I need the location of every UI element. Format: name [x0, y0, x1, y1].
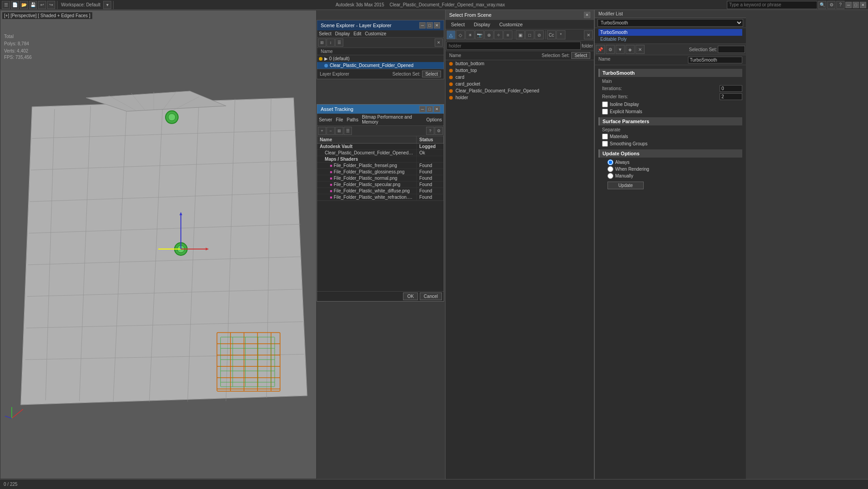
at-minimize-btn[interactable]: ─ — [419, 106, 426, 112]
help-icon[interactable]: ? — [836, 1, 844, 9]
se-minimize-btn[interactable]: ─ — [419, 22, 426, 29]
se-tb-filter[interactable]: ⊞ — [318, 38, 326, 47]
separate-mat-check[interactable] — [602, 134, 608, 139]
ts-render-input[interactable] — [720, 93, 742, 100]
se-tb-close[interactable]: ✕ — [435, 38, 443, 47]
update-render-radio[interactable] — [607, 166, 613, 172]
se-menu-customize[interactable]: Customize — [365, 31, 386, 36]
update-manual-radio[interactable] — [607, 173, 613, 179]
sfs-close-btn[interactable]: ✕ — [584, 12, 590, 18]
sfs-tb-none[interactable]: □ — [525, 30, 534, 39]
search-icon[interactable]: 🔍 — [818, 1, 826, 9]
at-ok-btn[interactable]: OK — [403, 292, 417, 300]
sfs-menu-customize[interactable]: Customize — [498, 21, 525, 28]
sfs-list-item[interactable]: card_pocket — [446, 81, 594, 87]
se-restore-btn[interactable]: □ — [427, 22, 433, 29]
sfs-tb-case[interactable]: Cc — [547, 30, 556, 39]
at-row[interactable]: ■File_Folder_Plastic_white_diffuse.pngFo… — [317, 188, 444, 194]
sfs-tb-shapes[interactable]: ◇ — [456, 30, 465, 39]
at-menu-bitmap[interactable]: Bitmap Performance and Memory — [362, 115, 422, 125]
keyword-search[interactable] — [727, 1, 817, 9]
at-menu-paths[interactable]: Paths — [347, 117, 359, 122]
pp-tb-pin[interactable]: 📌 — [596, 45, 605, 54]
modifier-dropdown[interactable]: TurboSmooth — [598, 19, 743, 27]
sfs-list-item[interactable]: card — [446, 74, 594, 81]
at-row[interactable]: Maps / Shaders — [317, 156, 444, 163]
ts-main-title: TurboSmooth — [598, 69, 742, 77]
ts-explicit-check[interactable] — [602, 109, 608, 115]
sfs-list-item[interactable]: button_bottom — [446, 60, 594, 67]
se-item-folder[interactable]: Clear_Plastic_Document_Folder_Opened — [317, 62, 444, 69]
at-tb-list[interactable]: ☰ — [344, 127, 352, 135]
sfs-tb-all[interactable]: ▣ — [516, 30, 525, 39]
separate-smooth-check[interactable] — [602, 141, 608, 147]
update-always-radio[interactable] — [607, 159, 613, 165]
sfs-tb-space[interactable]: ✧ — [494, 30, 503, 39]
at-close-btn[interactable]: ✕ — [434, 106, 440, 112]
sfs-tb-wildcard[interactable]: * — [556, 30, 565, 39]
se-close-btn[interactable]: ✕ — [434, 22, 440, 29]
save-btn[interactable]: 💾 — [29, 1, 37, 9]
modifier-turbosmoothmod[interactable]: TurboSmooth — [598, 29, 742, 36]
pp-selection-input[interactable] — [718, 46, 745, 53]
settings-icon[interactable]: ⚙ — [827, 1, 835, 9]
ts-iter-input[interactable] — [720, 85, 742, 92]
sfs-list-item[interactable]: holder — [446, 94, 594, 101]
sfs-tb-light[interactable]: ☀ — [465, 30, 474, 39]
se-tb-sort[interactable]: ↕ — [327, 38, 335, 47]
ts-isoline-check[interactable] — [602, 101, 608, 107]
pp-tb-configure[interactable]: ⚙ — [606, 45, 615, 54]
se-menu-select[interactable]: Select — [319, 31, 332, 36]
menu-btn[interactable]: ☰ — [2, 1, 10, 9]
pp-tb-delete[interactable]: ✕ — [636, 45, 645, 54]
at-tb-settings[interactable]: ⚙ — [435, 127, 443, 135]
sfs-tb-invert[interactable]: ⊘ — [535, 30, 544, 39]
update-btn[interactable]: Update — [607, 182, 644, 189]
new-btn[interactable]: 📄 — [11, 1, 19, 9]
sfs-tb-bone[interactable]: ≡ — [503, 30, 512, 39]
sfs-tb-geo[interactable]: △ — [446, 30, 455, 39]
sfs-select-btn[interactable]: Select — [571, 52, 590, 59]
at-row[interactable]: ■File_Folder_Plastic_frensel.pngFound — [317, 163, 444, 169]
at-row[interactable]: ■File_Folder_Plastic_specular.pngFound — [317, 182, 444, 188]
at-tb-grid[interactable]: ⊞ — [335, 127, 343, 135]
at-tb-remove[interactable]: − — [327, 127, 335, 135]
sfs-menu-display[interactable]: Display — [472, 21, 492, 28]
sfs-list-item[interactable]: button_top — [446, 67, 594, 74]
at-menu-server[interactable]: Server — [319, 117, 332, 122]
at-menu-options[interactable]: Options — [427, 117, 442, 122]
viewport-3d-scene — [0, 10, 316, 479]
redo-btn[interactable]: ↪ — [47, 1, 55, 9]
at-row[interactable]: ■File_Folder_Plastic_glossiness.pngFound — [317, 169, 444, 175]
sfs-tb-camera[interactable]: 📷 — [475, 30, 484, 39]
sfs-tb-close[interactable]: ✕ — [584, 30, 593, 39]
open-btn[interactable]: 📂 — [20, 1, 28, 9]
at-tb-help[interactable]: ? — [426, 127, 434, 135]
pp-name-input[interactable] — [688, 57, 742, 63]
se-tb-options[interactable]: ☰ — [335, 38, 343, 47]
undo-btn[interactable]: ↩ — [38, 1, 46, 9]
se-select-btn[interactable]: Select — [422, 71, 441, 77]
sfs-list-item[interactable]: Clear_Plastic_Document_Folder_Opened — [446, 87, 594, 94]
at-restore-btn[interactable]: □ — [427, 106, 433, 112]
pp-tb-collapse[interactable]: ▼ — [616, 45, 625, 54]
modifier-editable-poly[interactable]: Editable Poly — [598, 36, 742, 43]
sfs-menu-select[interactable]: Select — [449, 21, 467, 28]
at-row[interactable]: Autodesk VaultLogged — [317, 144, 444, 150]
app-close-btn[interactable]: ✕ — [860, 2, 866, 8]
at-cancel-btn[interactable]: Cancel — [420, 292, 442, 300]
se-item-layer-default[interactable]: ▶ 0 (default) — [317, 55, 444, 62]
at-row[interactable]: Clear_Plastic_Document_Folder_Opened_max… — [317, 150, 444, 156]
at-row[interactable]: ■File_Folder_Plastic_white_refraction.pn… — [317, 194, 444, 201]
app-minimize-btn[interactable]: ─ — [845, 2, 852, 8]
se-menu-edit[interactable]: Edit — [354, 31, 361, 36]
at-row[interactable]: ■File_Folder_Plastic_normal.pngFound — [317, 175, 444, 182]
sfs-search-input[interactable] — [446, 42, 581, 50]
sfs-tb-helper[interactable]: ⊕ — [484, 30, 493, 39]
se-menu-display[interactable]: Display — [335, 31, 350, 36]
pp-tb-unique[interactable]: ◈ — [626, 45, 635, 54]
at-menu-file[interactable]: File — [336, 117, 343, 122]
workspace-dropdown[interactable]: ▾ — [103, 1, 111, 9]
app-restore-btn[interactable]: □ — [853, 2, 859, 8]
at-tb-add[interactable]: + — [318, 127, 326, 135]
